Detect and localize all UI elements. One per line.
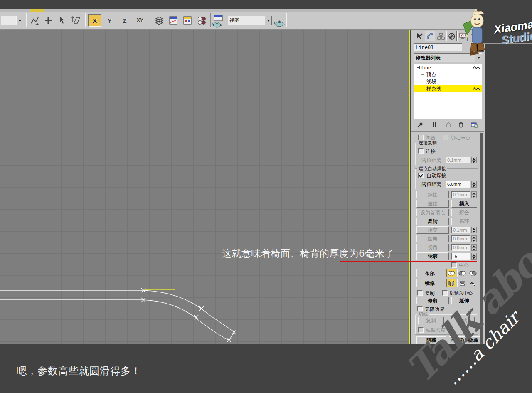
- hierarchy-icon: [437, 32, 445, 40]
- mirror-copy-checkbox[interactable]: [417, 290, 423, 296]
- weld-button[interactable]: 焊接: [416, 191, 449, 198]
- tab-create[interactable]: [414, 31, 424, 41]
- mirror-vertical-icon: [459, 281, 466, 286]
- boolean-button[interactable]: 布尔: [416, 269, 443, 277]
- material-editor-button[interactable]: [195, 14, 208, 27]
- layers-icon: [154, 16, 164, 25]
- connect-threshold-spinner[interactable]: [471, 157, 477, 163]
- make-unique-button[interactable]: [443, 120, 454, 129]
- axis-constraint-x-button[interactable]: X: [88, 14, 101, 27]
- stack-item-line[interactable]: Line: [414, 64, 482, 71]
- clipped-checkbox[interactable]: [443, 135, 448, 140]
- create-arrow-icon: [416, 32, 423, 40]
- tree-line: [419, 74, 425, 75]
- reverse-button[interactable]: 反转: [416, 218, 449, 225]
- red-underline-annotation: [340, 261, 477, 262]
- object-name-field[interactable]: Line01: [414, 43, 462, 51]
- insert-button[interactable]: 插入: [451, 200, 477, 208]
- outline-button[interactable]: 轮廓: [416, 252, 449, 260]
- cross-insert-spinner[interactable]: [471, 227, 477, 233]
- threshold-label: 阈值距离: [421, 181, 441, 188]
- threshold-label: 阈值距离: [421, 157, 441, 164]
- stack-item-vertex[interactable]: 顶点: [414, 71, 482, 78]
- mirror-horizontal-button[interactable]: [446, 279, 456, 287]
- percent-snap-button[interactable]: [56, 14, 68, 27]
- auto-weld-checkbox-label: 自动焊接: [426, 172, 446, 179]
- trash-icon: [458, 122, 464, 128]
- show-end-result-button[interactable]: [429, 120, 440, 129]
- layer-manager-button[interactable]: [153, 14, 165, 27]
- paste-length-checkbox[interactable]: [418, 327, 424, 333]
- angle-snap-button[interactable]: [42, 14, 54, 27]
- remove-modifier-button[interactable]: [456, 120, 466, 129]
- weld-threshold-field[interactable]: 0.1mm: [451, 191, 470, 198]
- chamfer-spinner[interactable]: [471, 244, 477, 251]
- clipped-checkbox-label: 绑定末点: [451, 134, 470, 141]
- viewport[interactable]: [0, 30, 410, 344]
- dropdown-arrow-button[interactable]: [16, 16, 23, 25]
- auto-weld-checkbox[interactable]: [418, 173, 424, 178]
- stack-item-label: 样条线: [426, 85, 441, 92]
- render-scene-button[interactable]: [211, 20, 223, 30]
- auto-weld-threshold-spinner[interactable]: [471, 181, 477, 188]
- trim-button[interactable]: 修剪: [416, 297, 449, 304]
- panel-separator: [411, 131, 484, 132]
- main-toolbar: X Y Z XY 视图: [0, 12, 476, 30]
- outline-spinner[interactable]: [471, 253, 477, 260]
- connect-checkbox-label: 连接: [426, 148, 436, 155]
- slide-caption: 嗯，参数高些就圆滑得多！: [17, 364, 141, 378]
- cycle-button[interactable]: 循环: [451, 218, 477, 225]
- auto-weld-threshold-field[interactable]: 6.0mm: [446, 181, 470, 188]
- schematic-view-button[interactable]: [181, 14, 194, 27]
- boolean-intersection-icon: [458, 271, 466, 276]
- make-first-button[interactable]: 设为首顶点: [416, 209, 449, 216]
- render-view-dropdown[interactable]: 视图: [228, 16, 272, 25]
- cross-insert-button[interactable]: 相交: [416, 226, 449, 234]
- chamfer-button[interactable]: 切角: [416, 244, 449, 251]
- connect-checkbox[interactable]: [418, 148, 424, 154]
- stack-item-spline-selected[interactable]: 样条线: [414, 85, 482, 92]
- tab-modify[interactable]: [425, 31, 435, 41]
- about-pivot-checkbox[interactable]: [442, 290, 448, 296]
- outline-field[interactable]: -6: [451, 253, 470, 260]
- spline-outer-curve: [0, 290, 234, 332]
- tab-motion[interactable]: [446, 31, 457, 41]
- configure-modifier-sets-button[interactable]: [469, 120, 480, 129]
- collapse-icon[interactable]: [416, 66, 420, 69]
- curve-editor-button[interactable]: [167, 14, 180, 27]
- pin-stack-button[interactable]: [415, 120, 426, 129]
- connect-button[interactable]: 连接: [416, 200, 449, 208]
- spline-drawing: [0, 30, 409, 344]
- dropdown-arrow-button[interactable]: [265, 16, 272, 25]
- axis-constraint-xy-button[interactable]: XY: [133, 14, 147, 27]
- selection-set-dropdown[interactable]: [1, 16, 23, 25]
- fillet-spinner[interactable]: [471, 235, 477, 242]
- boolean-subtraction-button[interactable]: [468, 269, 478, 277]
- mirror-vertical-button[interactable]: [457, 279, 467, 287]
- snaps-toggle-icon: [30, 16, 39, 25]
- center-checkbox[interactable]: [451, 262, 457, 268]
- modify-icon: [426, 32, 434, 40]
- quick-render-button[interactable]: [273, 20, 285, 29]
- mirror-button[interactable]: 镜像: [416, 279, 443, 287]
- axis-constraint-y-button[interactable]: Y: [103, 14, 116, 27]
- stack-item-segment[interactable]: 线段: [414, 78, 482, 85]
- cross-insert-field[interactable]: 0.1mm: [451, 227, 470, 233]
- weld-spinner[interactable]: [471, 191, 477, 198]
- curve-editor-icon: [169, 16, 178, 25]
- snaps-toggle-button[interactable]: [28, 14, 41, 27]
- boolean-union-button[interactable]: [446, 269, 456, 277]
- toolbar-separator: [150, 13, 150, 27]
- fuse-button[interactable]: 熔合: [451, 209, 477, 216]
- fillet-button[interactable]: 圆角: [416, 235, 449, 242]
- axis-constraint-z-button[interactable]: Z: [118, 14, 131, 27]
- boolean-intersection-button[interactable]: [457, 269, 467, 277]
- boolean-subtraction-icon: [469, 271, 477, 276]
- fillet-field[interactable]: 0.0mm: [451, 235, 470, 242]
- spinner-snap-button[interactable]: [69, 14, 82, 27]
- angle-snap-icon: [44, 16, 53, 25]
- connect-threshold-field[interactable]: 0.1mm: [446, 157, 470, 163]
- chevron-down-icon: [18, 20, 22, 22]
- chamfer-field[interactable]: 0.0mm: [451, 244, 470, 251]
- tab-hierarchy[interactable]: [436, 31, 446, 41]
